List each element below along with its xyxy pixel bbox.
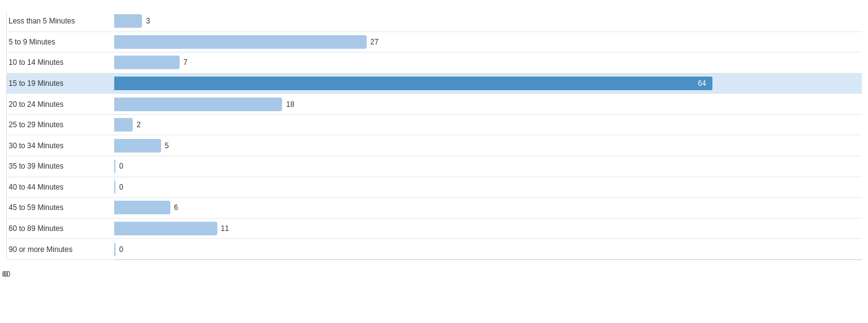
bar-track: 7 bbox=[114, 54, 862, 72]
bar-row: 15 to 19 Minutes64 bbox=[6, 73, 862, 94]
bar-label: 25 to 29 Minutes bbox=[6, 120, 114, 129]
bar-track: 0 bbox=[114, 240, 862, 258]
bar-value-label: 18 bbox=[286, 100, 294, 109]
bar-value-label: 0 bbox=[119, 245, 123, 254]
bar-value-label: 3 bbox=[146, 17, 150, 25]
bar-fill: 0 bbox=[114, 159, 115, 173]
bar-row: 90 or more Minutes0 bbox=[6, 239, 862, 260]
bar-value-label: 2 bbox=[136, 120, 141, 129]
bar-fill: 27 bbox=[114, 35, 367, 49]
bar-label: 20 to 24 Minutes bbox=[6, 100, 114, 109]
bar-value-label: 11 bbox=[221, 224, 229, 233]
bar-row: 20 to 24 Minutes18 bbox=[6, 94, 862, 115]
bar-fill: 5 bbox=[114, 139, 161, 153]
chart-container: Less than 5 Minutes35 to 9 Minutes2710 t… bbox=[0, 0, 868, 323]
bar-value-label: 27 bbox=[370, 38, 378, 46]
bar-track: 64 bbox=[114, 75, 862, 93]
bar-value-label: 64 bbox=[695, 78, 708, 88]
bar-value-label: 0 bbox=[119, 183, 123, 191]
bar-fill: 7 bbox=[114, 56, 180, 69]
bars-section: Less than 5 Minutes35 to 9 Minutes2710 t… bbox=[6, 11, 862, 260]
bar-row: 40 to 44 Minutes0 bbox=[6, 177, 862, 198]
bar-row: Less than 5 Minutes3 bbox=[6, 11, 862, 32]
bar-fill: 0 bbox=[114, 243, 115, 256]
bar-track: 6 bbox=[114, 199, 862, 217]
bar-track: 0 bbox=[114, 178, 862, 196]
bar-label: 35 to 39 Minutes bbox=[6, 162, 114, 170]
grid-tick-label: 80 bbox=[2, 270, 10, 279]
bar-track: 11 bbox=[114, 220, 862, 238]
bar-label: 45 to 59 Minutes bbox=[6, 203, 114, 212]
grid-line bbox=[6, 11, 7, 260]
bar-fill: 3 bbox=[114, 14, 142, 28]
bar-fill: 0 bbox=[114, 180, 115, 194]
x-axis bbox=[114, 259, 862, 260]
bar-track: 0 bbox=[114, 157, 862, 175]
bar-track: 5 bbox=[114, 136, 862, 154]
bar-fill: 64 bbox=[114, 77, 712, 90]
bar-row: 5 to 9 Minutes27 bbox=[6, 32, 862, 53]
bar-fill: 6 bbox=[114, 201, 170, 214]
bar-fill: 2 bbox=[114, 118, 133, 132]
bar-label: 15 to 19 Minutes bbox=[6, 79, 114, 88]
bar-value-label: 7 bbox=[183, 58, 188, 67]
bar-value-label: 5 bbox=[165, 141, 169, 150]
bar-label: 30 to 34 Minutes bbox=[6, 141, 114, 150]
bar-row: 35 to 39 Minutes0 bbox=[6, 156, 862, 177]
bar-row: 25 to 29 Minutes2 bbox=[6, 115, 862, 136]
bar-fill: 11 bbox=[114, 222, 217, 235]
bar-label: 5 to 9 Minutes bbox=[6, 38, 114, 46]
chart-area: Less than 5 Minutes35 to 9 Minutes2710 t… bbox=[6, 11, 862, 279]
bar-label: 40 to 44 Minutes bbox=[6, 183, 114, 191]
bar-track: 27 bbox=[114, 33, 862, 51]
bar-track: 3 bbox=[114, 12, 862, 30]
bar-row: 30 to 34 Minutes5 bbox=[6, 135, 862, 156]
bar-row: 10 to 14 Minutes7 bbox=[6, 52, 862, 73]
bar-label: 10 to 14 Minutes bbox=[6, 58, 114, 67]
bar-value-label: 6 bbox=[174, 203, 178, 212]
bar-track: 18 bbox=[114, 95, 862, 113]
bar-row: 45 to 59 Minutes6 bbox=[6, 198, 862, 219]
bar-row: 60 to 89 Minutes11 bbox=[6, 219, 862, 240]
bar-fill: 18 bbox=[114, 98, 282, 111]
bar-label: 90 or more Minutes bbox=[6, 245, 114, 254]
bar-label: 60 to 89 Minutes bbox=[6, 224, 114, 233]
bar-value-label: 0 bbox=[119, 162, 123, 170]
bar-label: Less than 5 Minutes bbox=[6, 17, 114, 25]
bar-track: 2 bbox=[114, 116, 862, 134]
